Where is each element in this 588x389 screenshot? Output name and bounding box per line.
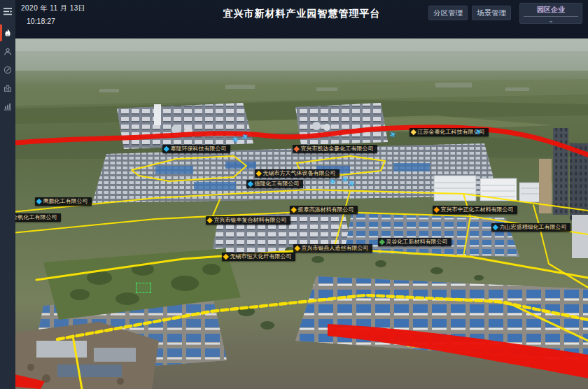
company-marker-icon — [164, 146, 169, 152]
map-company-label[interactable]: 宜兴市银燕人造丝有限公司 — [293, 244, 372, 253]
company-marker-icon — [256, 171, 262, 176]
company-name: 宜兴市银燕人造丝有限公司 — [302, 246, 369, 251]
smart-park-platform: 2020 年 11 月 13日 10:18:27 宜兴市新材料产业园智慧管理平台… — [0, 0, 588, 389]
sidebar-item-statistics[interactable] — [0, 99, 15, 114]
company-marker-icon — [207, 218, 213, 223]
map-3d-scene[interactable]: 泰隆环保科技有限公司宜兴市凯达金曼化工有限公司无锡市方大气体设备有限公司德隆化工… — [15, 38, 588, 389]
sidebar-item-factory[interactable] — [0, 80, 15, 96]
company-marker-icon — [434, 207, 440, 213]
company-name: 无锡市方大气体设备有限公司 — [263, 171, 336, 176]
plane-marker-icon[interactable]: ✈ — [231, 134, 241, 144]
company-marker-icon — [248, 181, 253, 187]
company-name: 宜兴金帆化工有限公司 — [15, 215, 57, 220]
menu-icon[interactable] — [0, 3, 15, 19]
map-company-label[interactable]: 无锡市方大气体设备有限公司 — [255, 169, 340, 178]
company-name: 宜兴市凯达金曼化工有限公司 — [301, 146, 374, 152]
map-company-label[interactable]: 力山宏盛精细化工有限公司 — [491, 223, 570, 232]
company-name: 振泰高温材料有限公司 — [298, 207, 354, 213]
map-company-label[interactable]: 宜兴金帆化工有限公司 — [15, 213, 61, 222]
company-marker-icon — [411, 129, 416, 135]
company-marker-icon — [291, 207, 297, 213]
company-marker-icon — [379, 239, 385, 245]
company-marker-icon — [294, 146, 300, 152]
company-marker-icon — [493, 225, 498, 230]
sidebar-item-gauge[interactable] — [0, 62, 15, 78]
scene-management-button[interactable]: 场景管理 — [472, 6, 511, 20]
map-company-label[interactable]: 德隆化工有限公司 — [246, 180, 303, 188]
gauge-icon — [4, 66, 12, 74]
chevron-down-icon: ⌄ — [548, 17, 554, 23]
map-company-label[interactable]: 泰隆环保科技有限公司 — [162, 145, 230, 153]
map-overlay: 泰隆环保科技有限公司宜兴市凯达金曼化工有限公司无锡市方大气体设备有限公司德隆化工… — [15, 38, 588, 389]
zone-management-button[interactable]: 分区管理 — [428, 6, 468, 20]
company-name: 无锡市恒大化纤有限公司 — [230, 254, 292, 260]
map-company-label[interactable]: 振泰高温材料有限公司 — [290, 206, 358, 214]
selection-box — [136, 283, 151, 293]
company-name: 泰隆环保科技有限公司 — [171, 146, 227, 152]
bar-chart-icon — [4, 102, 12, 111]
company-marker-icon — [295, 246, 300, 251]
plane-marker-icon[interactable]: ✈ — [388, 129, 398, 139]
company-name: 力山宏盛精细化工有限公司 — [500, 225, 567, 230]
factory-icon — [4, 84, 12, 92]
park-enterprise-dropdown[interactable]: 园区企业 ⌄ — [519, 3, 582, 24]
plane-marker-icon[interactable]: ✈ — [241, 132, 251, 141]
company-marker-icon — [36, 199, 42, 204]
map-company-label[interactable]: 宜兴市凯达金曼化工有限公司 — [293, 145, 377, 153]
map-company-label[interactable]: 宜兴市银丰复合材料有限公司 — [206, 216, 290, 225]
map-company-label[interactable]: 无锡市恒大化纤有限公司 — [222, 253, 295, 261]
sidebar-nav — [0, 0, 15, 389]
map-company-label[interactable]: 鹰鹏化工有限公司 — [35, 197, 92, 206]
company-name: 宜兴市中正化工材料有限公司 — [441, 207, 514, 213]
sidebar-item-person[interactable] — [0, 44, 15, 59]
dropdown-label: 园区企业 — [537, 3, 565, 15]
person-icon — [4, 48, 12, 56]
map-company-label[interactable]: 宜兴市中正化工材料有限公司 — [433, 206, 517, 214]
company-marker-icon — [223, 254, 229, 260]
company-name: 灵谷化工新材料有限公司 — [386, 239, 448, 245]
fire-icon — [4, 29, 12, 38]
company-name: 宜兴市银丰复合材料有限公司 — [214, 218, 287, 223]
plane-marker-icon[interactable]: ✈ — [328, 176, 338, 186]
header-bar: 2020 年 11 月 13日 10:18:27 宜兴市新材料产业园智慧管理平台… — [15, 0, 588, 38]
company-name: 鹰鹏化工有限公司 — [43, 199, 88, 204]
map-company-label[interactable]: 灵谷化工新材料有限公司 — [378, 238, 451, 246]
plane-marker-icon[interactable]: ✈ — [347, 178, 357, 188]
company-name: 德隆化工有限公司 — [255, 181, 300, 187]
sidebar-item-fire[interactable] — [0, 24, 15, 41]
